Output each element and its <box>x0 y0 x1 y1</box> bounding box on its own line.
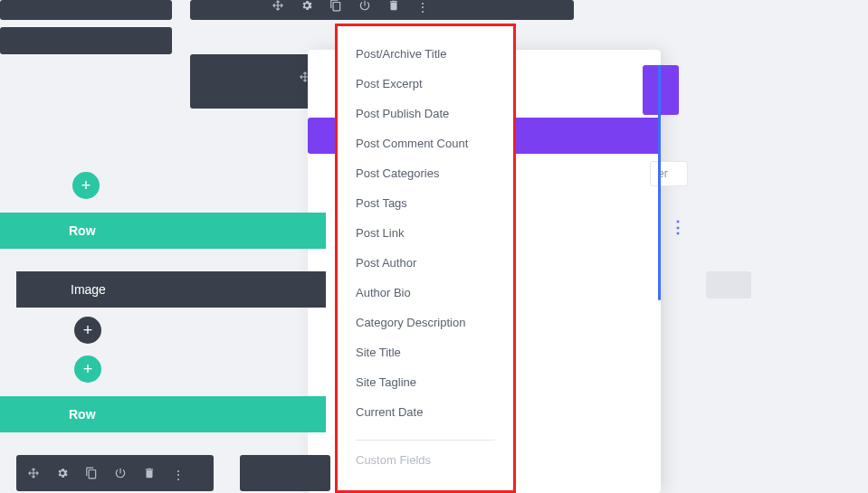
module-block[interactable] <box>0 27 172 54</box>
dropdown-item-post-archive-title[interactable]: Post/Archive Title <box>338 39 513 69</box>
trash-icon[interactable] <box>387 0 400 14</box>
dropdown-section-custom-fields: Custom Fields <box>338 450 513 470</box>
dropdown-item-category-description[interactable]: Category Description <box>338 308 513 337</box>
module-toolbar-top: ⋮ <box>272 0 429 14</box>
dropdown-item-site-title[interactable]: Site Title <box>338 337 513 367</box>
module-label: Image <box>71 282 106 297</box>
gear-icon[interactable] <box>300 0 313 14</box>
builder-canvas: ⋮ er ⋮ Post/Archive Title Post Excerpt P… <box>0 0 868 493</box>
module-toolbar-bottom: ⋮ <box>27 467 185 482</box>
plus-icon: + <box>83 321 93 340</box>
dropdown-item-current-date[interactable]: Current Date <box>338 397 513 427</box>
row-label: Row <box>69 407 96 422</box>
module-block[interactable] <box>240 455 330 491</box>
dropdown-item-post-link[interactable]: Post Link <box>338 218 513 248</box>
dropdown-item-post-comment-count[interactable]: Post Comment Count <box>338 128 513 158</box>
plus-icon: + <box>83 360 93 379</box>
plus-icon: + <box>81 176 91 195</box>
dynamic-content-dropdown: Post/Archive Title Post Excerpt Post Pub… <box>335 24 516 493</box>
module-block[interactable] <box>706 271 751 299</box>
dropdown-divider <box>356 440 495 441</box>
power-icon[interactable] <box>114 467 127 482</box>
dropdown-item-post-tags[interactable]: Post Tags <box>338 188 513 218</box>
panel-scrollbar[interactable] <box>658 65 661 300</box>
row-block[interactable]: Row <box>0 213 326 249</box>
more-icon[interactable]: ⋮ <box>670 217 686 237</box>
row-block[interactable]: Row <box>0 396 326 432</box>
dropdown-item-site-tagline[interactable]: Site Tagline <box>338 367 513 397</box>
power-icon[interactable] <box>358 0 371 14</box>
dropdown-item-post-publish-date[interactable]: Post Publish Date <box>338 99 513 128</box>
row-label: Row <box>69 223 96 238</box>
duplicate-icon[interactable] <box>85 467 98 482</box>
move-icon[interactable] <box>272 0 284 14</box>
duplicate-icon[interactable] <box>329 0 342 14</box>
option-text: er <box>651 162 687 185</box>
dropdown-item-post-excerpt[interactable]: Post Excerpt <box>338 69 513 99</box>
more-icon[interactable]: ⋮ <box>172 468 185 482</box>
add-section-button[interactable]: + <box>74 356 101 383</box>
add-module-button[interactable]: + <box>74 317 101 344</box>
module-block[interactable] <box>0 0 172 20</box>
dropdown-item-post-author[interactable]: Post Author <box>338 248 513 278</box>
image-module[interactable]: Image <box>16 271 326 308</box>
panel-header[interactable] <box>643 65 679 115</box>
dropdown-item-post-categories[interactable]: Post Categories <box>338 158 513 188</box>
add-section-button[interactable]: + <box>72 172 100 199</box>
trash-icon[interactable] <box>143 467 156 482</box>
gear-icon[interactable] <box>56 467 69 482</box>
option-panel[interactable]: er <box>650 161 688 186</box>
dropdown-item-author-bio[interactable]: Author Bio <box>338 278 513 308</box>
more-icon[interactable]: ⋮ <box>416 0 429 14</box>
move-icon[interactable] <box>27 467 40 482</box>
